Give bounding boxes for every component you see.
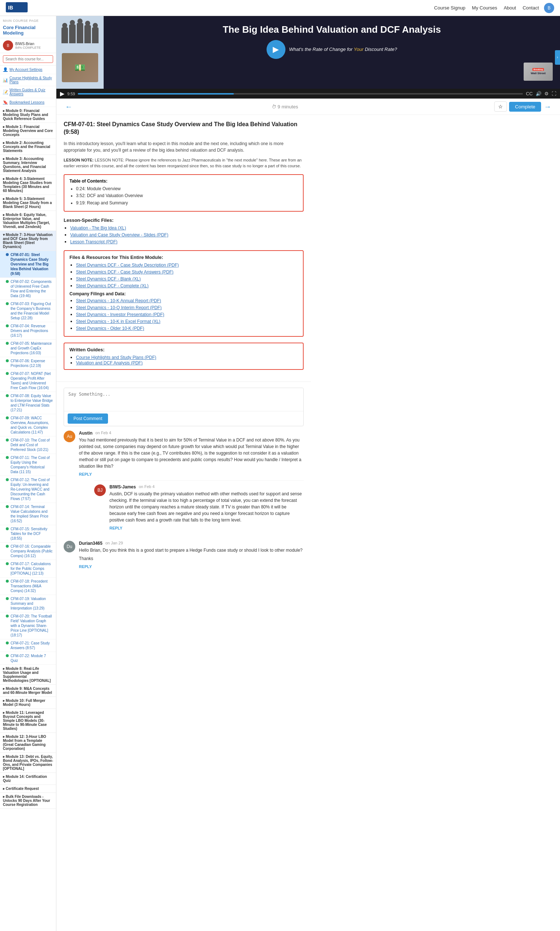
sidebar-lesson-cfm-07-18[interactable]: CFM-07-18: Precedent Transactions (M&A C…	[0, 577, 56, 595]
nav-about[interactable]: About	[504, 5, 516, 11]
sidebar-lesson-cfm-07-15[interactable]: CFM-07-15: Sensitivity Tables for the DC…	[0, 525, 56, 543]
sidebar: MAIN COURSE PAGE Core Financial Modeling…	[0, 16, 56, 931]
sidebar-lesson-cfm-07-01[interactable]: CFM-07-01: Steel Dynamics Case Study Ove…	[0, 251, 56, 278]
resource-link[interactable]: Steel Dynamics DCF - Case Study Descript…	[76, 263, 179, 268]
sidebar-lesson-cfm-07-17[interactable]: CFM-07-17: Calculations for the Public C…	[0, 560, 56, 577]
settings-icon[interactable]: ⚙	[545, 91, 549, 96]
video-time: 9:59	[67, 92, 75, 96]
sidebar-item-account-settings[interactable]: 👤 My Account Settings	[0, 65, 56, 74]
sidebar-lesson-cfm-07-10[interactable]: CFM-07-10: The Cost of Debt and Cost of …	[0, 436, 56, 454]
lesson-file-link[interactable]: Valuation and Case Study Overview - Slid…	[70, 232, 168, 237]
sidebar-lesson-cfm-07-08[interactable]: CFM-07-08: Equity Value to Enterprise Va…	[0, 392, 56, 414]
sidebar-lesson-cfm-07-04[interactable]: CFM-07-04: Revenue Drivers and Projectio…	[0, 322, 56, 340]
prev-lesson-button[interactable]: ←	[62, 103, 75, 111]
nav-course-signup[interactable]: Course Signup	[434, 5, 465, 11]
comment-header: Austin on Feb 4	[79, 431, 304, 435]
top-nav: IB Course Signup My Courses About Contac…	[0, 0, 560, 16]
sidebar-module-10[interactable]: Module 10: Full Merger Model (3 Hours)	[0, 697, 56, 709]
resources-title: Files & Resources for This Entire Module…	[69, 255, 298, 260]
sidebar-course-title[interactable]: Core Financial Modeling	[0, 23, 56, 38]
sidebar-module-6[interactable]: Module 6: Equity Value, Enterprise Value…	[0, 211, 56, 231]
pencil-icon: 📝	[3, 90, 8, 95]
post-comment-button[interactable]: Post Comment	[68, 414, 108, 424]
sidebar-item-bookmarked[interactable]: 🔖 Bookmarked Lessons	[0, 98, 56, 107]
video-left-panel: 💵	[56, 16, 104, 89]
sidebar-module-7[interactable]: Module 7: 3-Hour Valuation and DCF Case …	[0, 231, 56, 251]
sidebar-lesson-cfm-07-03[interactable]: CFM-07-03: Figuring Out the Company's Bu…	[0, 300, 56, 322]
filing-link[interactable]: Steel Dynamics - 10-K in Excel Format (X…	[76, 319, 160, 324]
bookmark-lesson-button[interactable]: ☆	[494, 102, 507, 112]
sidebar-module-1[interactable]: Module 1: Financial Modeling Overview an…	[0, 123, 56, 139]
resource-link[interactable]: Steel Dynamics DCF - Case Study Answers …	[76, 269, 174, 275]
guide-link[interactable]: Valuation and DCF Analysis (PDF)	[76, 360, 143, 365]
sidebar-module-9[interactable]: Module 9: M&A Concepts and 60-Minute Mer…	[0, 685, 56, 697]
sidebar-lesson-cfm-07-20[interactable]: CFM-07-20: The 'Football Field' Valuatio…	[0, 612, 56, 639]
resource-link[interactable]: Steel Dynamics DCF - Blank (XL)	[76, 276, 141, 282]
list-item: Valuation and DCF Analysis (PDF)	[76, 360, 298, 365]
sidebar-module-11[interactable]: Module 11: Leveraged Buyout Concepts and…	[0, 709, 56, 733]
comment-author: BIWS-James	[109, 485, 136, 489]
filing-link[interactable]: Steel Dynamics - Older 10-K (PDF)	[76, 326, 144, 331]
video-progress-bar[interactable]	[78, 93, 523, 95]
sidebar-module-8[interactable]: Module 8: Real-Life Valuation Usage and …	[0, 665, 56, 685]
sidebar-bulk-downloads[interactable]: Bulk File Downloads - Unlocks 90 Days Af…	[0, 793, 56, 809]
user-avatar[interactable]: B	[544, 3, 554, 13]
sidebar-module-3[interactable]: Module 3: Accounting Summary, Interview …	[0, 155, 56, 175]
sidebar-item-course-highlights[interactable]: 📊 Course Highlights & Study Plans	[0, 74, 56, 86]
sidebar-lesson-cfm-07-12[interactable]: CFM-07-12: The Cost of Equity: Un-leveri…	[0, 476, 56, 503]
sidebar-module-5[interactable]: Module 5: 3-Statement Modeling Case Stud…	[0, 195, 56, 211]
sidebar-lesson-cfm-07-14[interactable]: CFM-07-14: Terminal Value Calculations a…	[0, 503, 56, 525]
sidebar-module-4[interactable]: Module 4: 3-Statement Modeling Case Stud…	[0, 175, 56, 195]
sidebar-lesson-cfm-07-06[interactable]: CFM-07-06: Expense Projections (12:19)	[0, 357, 56, 370]
lesson-file-link[interactable]: Valuation - The Big Idea (XL)	[70, 225, 126, 231]
right-scroll-handle[interactable]: ›	[555, 50, 560, 65]
subtitles-icon[interactable]: CC	[526, 91, 533, 96]
sidebar-user-progress: 84% COMPLETE	[15, 46, 41, 49]
sidebar-module-0[interactable]: Module 0: Financial Modeling Study Plans…	[0, 107, 56, 123]
sidebar-search-container	[0, 53, 56, 65]
nav-my-courses[interactable]: My Courses	[472, 5, 497, 11]
toc-item[interactable]: 0:24: Module Overview	[76, 186, 298, 192]
sidebar-lesson-cfm-07-07[interactable]: CFM-07-07: NOPAT (Net Operating Profit A…	[0, 370, 56, 392]
search-input[interactable]	[3, 55, 53, 63]
video-title-panel: The Big Idea Behind Valuation and DCF An…	[104, 16, 560, 89]
nav-contact[interactable]: Contact	[523, 5, 539, 11]
sidebar-lesson-cfm-07-22[interactable]: CFM-07-22: Module 7 Quiz	[0, 652, 56, 665]
list-item: Steel Dynamics DCF - Complete (XL)	[76, 283, 298, 288]
lesson-title: CFM-07-01: Steel Dynamics Case Study Ove…	[64, 121, 304, 136]
comment-input[interactable]	[64, 388, 303, 410]
sidebar-module-13[interactable]: Module 13: Debt vs. Equity, Bond Analysi…	[0, 753, 56, 773]
sidebar-module-12[interactable]: Module 12: 3-Hour LBO Model from a Templ…	[0, 733, 56, 753]
comment-reply-button[interactable]: REPLY	[79, 565, 92, 569]
comment-reply-button[interactable]: REPLY	[109, 526, 123, 530]
table-of-contents-box: Table of Contents: 0:24: Module Overview…	[64, 174, 304, 212]
sidebar-module-2[interactable]: Module 2: Accounting Concepts and the Fi…	[0, 139, 56, 155]
sidebar-lesson-cfm-07-21[interactable]: CFM-07-21: Case Study Answers (8:57)	[0, 639, 56, 652]
video-play-icon[interactable]: ▶	[60, 90, 65, 97]
sidebar-certificate[interactable]: Certificate Request	[0, 785, 56, 793]
complete-button[interactable]: Complete	[509, 102, 541, 112]
toc-item[interactable]: 3:52: DCF and Valuation Overview	[76, 193, 298, 199]
sidebar-lesson-cfm-07-02[interactable]: CFM-07-02: Components of Unlevered Free …	[0, 278, 56, 300]
sidebar-item-written-guides[interactable]: 📝 Written Guides & Quiz Answers	[0, 86, 56, 98]
resource-link[interactable]: Steel Dynamics DCF - Complete (XL)	[76, 283, 148, 288]
next-lesson-button[interactable]: →	[541, 103, 554, 111]
list-item: Steel Dynamics - 10-K in Excel Format (X…	[76, 319, 298, 324]
sidebar-lesson-cfm-07-05[interactable]: CFM-07-05: Maintenance and Growth CapEx …	[0, 340, 56, 357]
sidebar-lesson-cfm-07-09[interactable]: CFM-07-09: WACC Overview, Assumptions, a…	[0, 414, 56, 436]
sidebar-module-14[interactable]: Module 14: Certification Quiz	[0, 773, 56, 785]
lesson-duration: ⏱ 9 minutes	[75, 104, 494, 109]
comment-reply-button[interactable]: REPLY	[79, 472, 92, 476]
guide-link[interactable]: Course Highlights and Study Plans (PDF)	[76, 355, 156, 360]
volume-icon[interactable]: 🔊	[535, 91, 542, 96]
fullscreen-icon[interactable]: ⛶	[552, 91, 556, 96]
sidebar-lesson-cfm-07-11[interactable]: CFM-07-11: The Cost of Equity Using the …	[0, 454, 56, 476]
lesson-file-link[interactable]: Lesson Transcript (PDF)	[70, 239, 117, 245]
filing-link[interactable]: Steel Dynamics - Investor Presentation (…	[76, 312, 165, 317]
sidebar-lesson-cfm-07-19[interactable]: CFM-07-19: Valuation Summary and Interpr…	[0, 595, 56, 612]
toc-item[interactable]: 9:19: Recap and Summary	[76, 200, 298, 206]
play-button[interactable]: ▶	[266, 40, 285, 59]
filing-link[interactable]: Steel Dynamics - 10-K Annual Report (PDF…	[76, 298, 161, 303]
filing-link[interactable]: Steel Dynamics - 10-Q Interim Report (PD…	[76, 305, 162, 310]
sidebar-lesson-cfm-07-16[interactable]: CFM-07-16: Comparable Company Analysis (…	[0, 543, 56, 560]
